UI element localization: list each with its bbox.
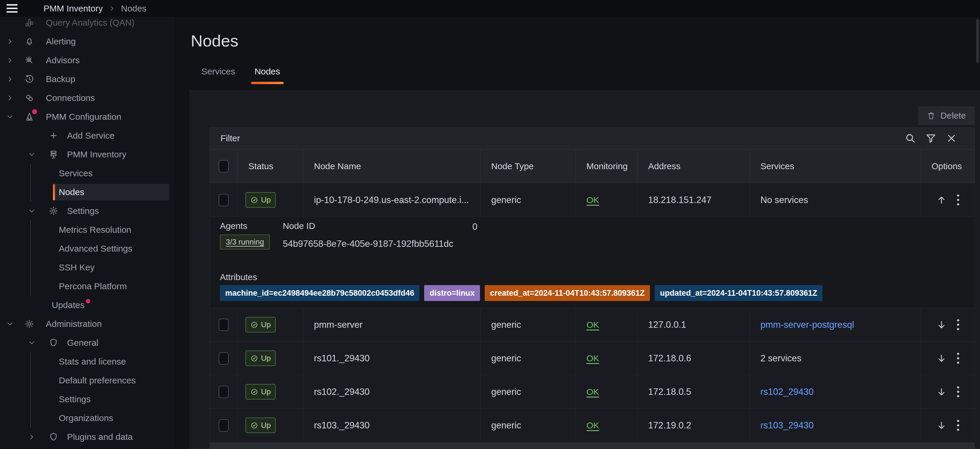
sidebar-item-metrics-resolution[interactable]: Metrics Resolution <box>30 221 173 239</box>
table-footer <box>210 443 975 449</box>
row-checkbox[interactable] <box>219 194 229 206</box>
sidebar-item-nodes[interactable]: Nodes <box>30 183 173 201</box>
monitoring-status-link[interactable]: OK <box>586 195 599 205</box>
tab-services[interactable]: Services <box>201 67 235 84</box>
sidebar-item-organizations[interactable]: Organizations <box>30 409 173 428</box>
top-navigation-bar: PMM Inventory Nodes <box>0 0 980 17</box>
chevron-down-icon[interactable] <box>27 206 37 216</box>
bell-icon <box>24 36 35 47</box>
sidebar-item-settings-admin[interactable]: Settings <box>30 390 173 409</box>
row-menu-kebab-icon[interactable] <box>956 352 960 365</box>
chevron-down-icon[interactable] <box>5 319 15 329</box>
sidebar-item-general[interactable]: General <box>0 333 173 352</box>
address-cell: 172.19.0.2 <box>638 409 750 442</box>
expand-row-icon[interactable] <box>936 386 947 398</box>
sidebar-item-label: PMM Configuration <box>46 112 121 122</box>
attributes-badges: machine_id=ec2498494ee28b79c58002c0453df… <box>220 285 822 301</box>
chevron-right-icon[interactable] <box>5 74 15 85</box>
address-cell: 172.18.0.5 <box>638 375 750 408</box>
sidebar-item-administration[interactable]: Administration <box>0 315 173 333</box>
chevron-down-icon[interactable] <box>27 149 37 160</box>
server-icon <box>48 149 59 160</box>
sidebar-item-label: Organizations <box>59 413 113 423</box>
monitoring-status-link[interactable]: OK <box>586 420 599 430</box>
expand-row-icon[interactable] <box>936 353 947 364</box>
sidebar-item-default-preferences[interactable]: Default preferences <box>30 371 173 390</box>
search-icon[interactable] <box>904 133 916 144</box>
history-icon <box>24 74 35 85</box>
sidebar-item-updates[interactable]: Updates <box>0 296 173 315</box>
page-title: Nodes <box>191 31 239 50</box>
row-checkbox[interactable] <box>219 419 229 431</box>
expand-row-icon[interactable] <box>936 420 947 431</box>
row-checkbox[interactable] <box>219 319 229 331</box>
chevron-right-icon[interactable] <box>5 55 15 66</box>
sidebar-item-label: Updates <box>52 300 85 310</box>
sidebar-item-stats-and-license[interactable]: Stats and license <box>30 352 173 371</box>
monitoring-cell: OK <box>576 183 638 217</box>
status-label: Up <box>261 354 271 363</box>
address-cell: 127.0.0.1 <box>638 308 750 341</box>
row-menu-kebab-icon[interactable] <box>956 419 960 432</box>
row-checkbox[interactable] <box>219 386 229 398</box>
sidebar-item-pmm-configuration[interactable]: PMM Configuration <box>0 107 173 126</box>
attributes-label: Attributes <box>220 272 257 282</box>
clear-filter-icon[interactable] <box>946 133 958 144</box>
menu-toggle-button[interactable] <box>6 4 18 13</box>
monitoring-status-link[interactable]: OK <box>586 320 599 330</box>
node-name-cell: rs102._29430 <box>303 375 480 408</box>
percona-icon <box>24 112 35 122</box>
select-all-checkbox[interactable] <box>219 160 229 173</box>
breadcrumb-root[interactable]: PMM Inventory <box>43 3 103 14</box>
shield-icon <box>48 431 59 442</box>
sidebar-item-settings[interactable]: Settings <box>0 201 173 221</box>
filter-funnel-icon[interactable] <box>925 133 937 144</box>
row-menu-kebab-icon[interactable] <box>956 318 960 331</box>
sidebar-item-connections[interactable]: Connections <box>0 89 173 107</box>
row-checkbox[interactable] <box>219 352 229 364</box>
table-row: Upip-10-178-0-249.us-east-2.compute.i...… <box>210 183 975 217</box>
status-badge: Up <box>245 317 276 332</box>
service-link[interactable]: rs103_29430 <box>760 420 814 431</box>
agents-running-badge[interactable]: 3/3 running <box>220 235 270 249</box>
plus-icon <box>48 130 59 141</box>
options-cell <box>921 308 975 341</box>
service-link[interactable]: pmm-server-postgresql <box>760 320 854 330</box>
chevron-right-icon[interactable] <box>5 93 15 103</box>
sidebar-item-label: PMM Inventory <box>67 149 126 160</box>
sidebar-item-advisors[interactable]: Advisors <box>0 51 173 70</box>
sidebar-item-alerting[interactable]: Alerting <box>0 32 173 51</box>
sidebar-item-ssh-key[interactable]: SSH Key <box>30 258 173 277</box>
monitoring-status-link[interactable]: OK <box>586 387 599 397</box>
column-header-options: Options <box>921 149 975 183</box>
services-cell: rs103_29430 <box>750 409 921 442</box>
sidebar-item-plugins-and-data[interactable]: Plugins and data <box>0 428 173 446</box>
tab-nodes[interactable]: Nodes <box>255 67 280 84</box>
monitoring-status-link[interactable]: OK <box>586 353 599 363</box>
chevron-right-icon[interactable] <box>5 36 15 47</box>
scrollbar-thumb[interactable] <box>976 19 979 63</box>
sidebar-item-add-service[interactable]: Add Service <box>0 126 173 145</box>
sidebar-item-backup[interactable]: Backup <box>0 70 173 89</box>
attribute-badge: distro=linux <box>424 285 480 301</box>
sidebar-item-percona-platform[interactable]: Percona Platform <box>30 277 173 296</box>
service-link[interactable]: rs102_29430 <box>760 387 814 397</box>
gear-icon <box>48 206 59 216</box>
row-select-cell <box>210 308 238 341</box>
sidebar-item-advanced-settings[interactable]: Advanced Settings <box>30 239 173 258</box>
expand-row-icon[interactable] <box>936 319 947 331</box>
row-menu-kebab-icon[interactable] <box>956 193 960 206</box>
collapse-row-icon[interactable] <box>936 195 947 206</box>
chevron-down-icon[interactable] <box>27 337 37 348</box>
sidebar-item-pmm-inventory[interactable]: PMM Inventory <box>0 145 173 164</box>
column-header-address: Address <box>638 149 750 183</box>
monitoring-cell: OK <box>576 409 638 442</box>
row-menu-kebab-icon[interactable] <box>956 385 960 398</box>
sidebar-item-services[interactable]: Services <box>30 164 173 183</box>
chevron-down-icon[interactable] <box>5 112 15 122</box>
delete-button[interactable]: Delete <box>918 106 975 125</box>
status-cell: Up <box>238 183 303 217</box>
node-id-value: 54b97658-8e7e-405e-9187-192fbb5611dc <box>283 239 453 249</box>
chevron-right-icon[interactable] <box>27 431 37 442</box>
filter-bar[interactable]: Filter <box>210 128 975 149</box>
